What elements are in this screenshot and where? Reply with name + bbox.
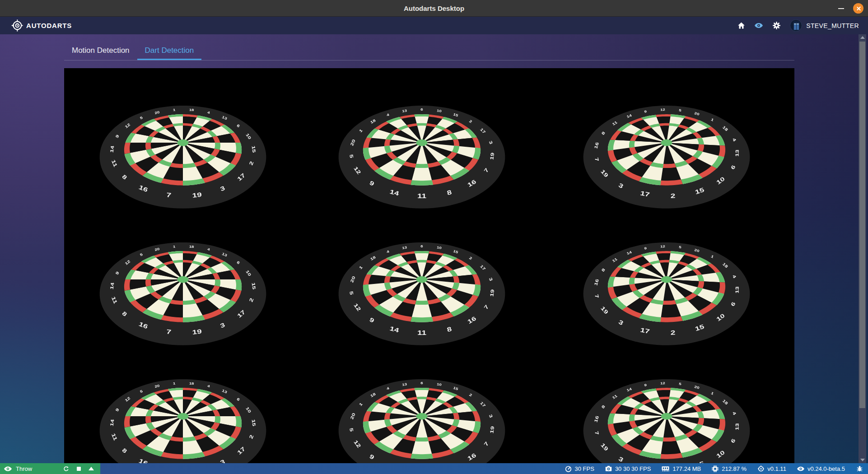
username: STEVE_MUTTER [806,22,859,29]
status-metric-value: 30 FPS [575,465,594,472]
gear-icon[interactable] [772,22,780,30]
stop-icon[interactable] [77,467,81,471]
scroll-up-icon [860,36,865,39]
content-area: Motion Detection Dart Detection [0,34,868,463]
status-metric-value: 30 30 30 FPS [615,465,651,472]
scroll-down-icon [860,459,865,461]
eye-icon [797,466,804,471]
avatar [790,19,802,32]
status-metric: 30 30 30 FPS [605,465,651,472]
status-metric-value: 177.24 MB [672,465,701,472]
scrollbar[interactable] [859,34,866,463]
home-icon[interactable] [737,22,745,30]
bug-icon[interactable] [857,465,863,472]
autodarts-logo-icon [757,465,764,472]
camera-grid-canvas [64,68,794,463]
memory-icon [662,466,669,472]
close-icon [856,6,861,11]
tab-dart-detection[interactable]: Dart Detection [137,42,202,60]
brand-text: AUTODARTS [26,22,72,29]
status-metric: 212.87 % [712,465,747,472]
eye-icon[interactable] [755,22,763,30]
navbar-actions: STEVE_MUTTER [737,19,862,32]
status-metric: 177.24 MB [662,465,701,472]
scroll-down-button[interactable] [859,457,866,463]
status-metric: 30 FPS [565,465,594,472]
minimize-button[interactable] [836,4,846,14]
throw-mode-section[interactable]: Throw [0,463,100,474]
tab-motion-detection[interactable]: Motion Detection [64,42,137,60]
throw-label: Throw [16,465,32,472]
refresh-icon[interactable] [63,466,69,472]
status-metric: v0.1.11 [757,465,786,472]
tabbar: Motion Detection Dart Detection [64,42,794,60]
autodarts-desktop-window: Autodarts Desktop [0,0,868,474]
scroll-up-button[interactable] [859,34,866,41]
status-metric-value: 212.87 % [722,465,747,472]
user-menu[interactable]: STEVE_MUTTER [790,19,859,32]
mode-controls [63,466,96,472]
titlebar: Autodarts Desktop [0,0,868,17]
autodarts-logo[interactable]: AUTODARTS [11,19,72,32]
window-controls [836,0,863,17]
speedometer-icon [565,465,572,472]
navbar: AUTODARTS [0,17,868,34]
cpu-icon [712,465,719,472]
status-metrics: 30 FPS30 30 30 FPS177.24 MB212.87 %v0.1.… [565,463,868,474]
scrollbar-thumb[interactable] [859,42,865,408]
status-metric: v0.24.0-beta.5 [797,465,845,472]
window-title: Autodarts Desktop [0,0,868,17]
eject-icon[interactable] [89,467,94,470]
autodarts-logo-icon [11,19,23,32]
status-metric-value: v0.24.0-beta.5 [807,465,845,472]
statusbar: Throw 30 FPS30 30 30 FPS177.24 MB212.87 … [0,463,868,474]
status-metric-value: v0.1.11 [767,465,786,472]
camera-icon [605,465,612,472]
eye-icon [4,466,12,471]
close-button[interactable] [853,3,863,14]
minimize-icon [838,8,844,9]
